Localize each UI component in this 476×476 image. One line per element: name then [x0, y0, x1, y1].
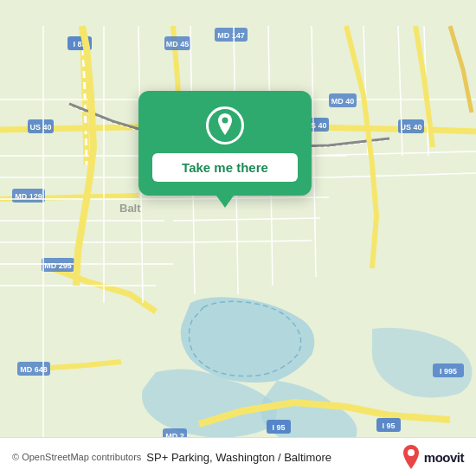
location-pin-icon	[215, 113, 235, 138]
popup-card[interactable]: Take me there	[138, 91, 312, 196]
moovit-brand-text: moovit	[424, 450, 464, 465]
location-title: SP+ Parking, Washington / Baltimore	[146, 451, 401, 464]
svg-text:I 995: I 995	[440, 367, 457, 376]
moovit-pin-icon	[402, 445, 421, 469]
svg-text:MD 295: MD 295	[44, 261, 72, 270]
svg-text:I 95: I 95	[382, 421, 395, 430]
svg-text:I 95: I 95	[272, 423, 285, 432]
moovit-logo: moovit	[402, 445, 464, 469]
svg-point-53	[222, 118, 228, 124]
map-container: I 83 MD 147 US 40 US 40 US 40 MD 45 MD 1…	[0, 0, 476, 476]
location-icon-wrap	[206, 106, 244, 145]
svg-text:MD 45: MD 45	[166, 40, 190, 48]
svg-text:Balt: Balt	[119, 202, 141, 215]
copyright-text: © OpenStreetMap contributors	[12, 452, 141, 462]
bottom-bar: © OpenStreetMap contributors SP+ Parking…	[0, 437, 476, 476]
take-me-there-button[interactable]: Take me there	[152, 153, 298, 182]
svg-text:MD 40: MD 40	[331, 97, 355, 106]
svg-text:US 40: US 40	[29, 123, 51, 132]
svg-text:US 40: US 40	[400, 123, 421, 132]
svg-text:MD 147: MD 147	[217, 31, 245, 40]
map-background: I 83 MD 147 US 40 US 40 US 40 MD 45 MD 1…	[0, 0, 476, 476]
svg-point-54	[408, 449, 415, 456]
